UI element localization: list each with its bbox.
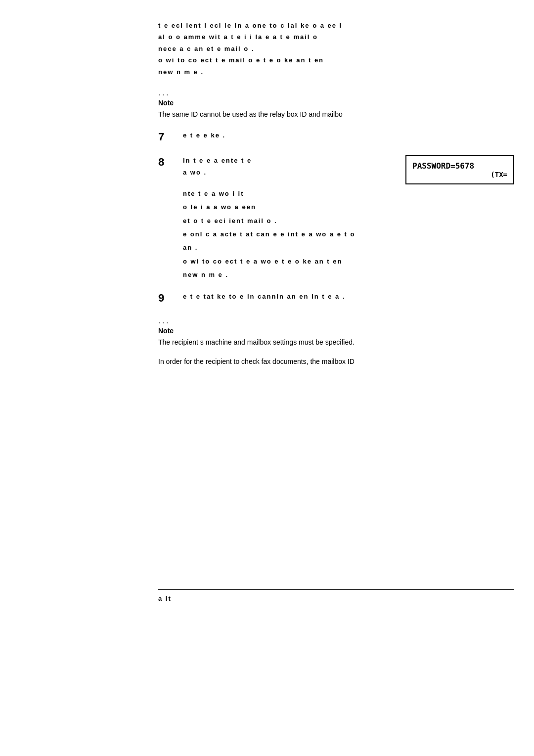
note2-label: Note <box>158 327 514 335</box>
step-8-left: in t e e a ente t e a wo . nte t e a wo … <box>183 155 396 281</box>
note-block-1: ... Note The same ID cannot be used as t… <box>158 88 514 120</box>
password-line2: (TX= <box>412 171 507 178</box>
step-8-row: 8 in t e e a ente t e a wo . nte t e a w… <box>158 155 514 281</box>
password-box: PASSWORD=5678 (TX= <box>405 155 514 184</box>
step-8-right: PASSWORD=5678 (TX= <box>405 155 514 184</box>
intro-line-1: t e eci ient i eci ie in a one to c ial … <box>158 20 514 31</box>
step-8-sub-1: nte t e a wo i it <box>183 188 396 199</box>
step-8-sub-5: an . <box>183 242 396 253</box>
step-7-text: e t e e ke . <box>183 130 514 141</box>
step-7-number: 7 <box>158 130 178 145</box>
note2-text2: In order for the recipient to check fax … <box>158 356 514 367</box>
note2-text1: The recipient s machine and mailbox sett… <box>158 337 514 348</box>
step-8-header-2: a wo . <box>183 167 396 178</box>
step-8-header-1: in t e e a ente t e <box>183 155 396 166</box>
note1-text: The same ID cannot be used as the relay … <box>158 109 514 120</box>
page-divider <box>158 589 514 590</box>
note1-dots: ... <box>158 88 514 98</box>
step-8-number: 8 <box>158 155 178 170</box>
bottom-spacer <box>158 377 514 575</box>
note-block-2: ... Note The recipient s machine and mai… <box>158 315 514 367</box>
step-8-sub-2: o le i a a wo a een <box>183 201 396 213</box>
note2-dots: ... <box>158 315 514 326</box>
footer-label: a it <box>158 595 514 602</box>
intro-block: t e eci ient i eci ie in a one to c ial … <box>158 20 514 78</box>
step-9-content: e t e tat ke to e in cannin an en in t e… <box>183 291 514 302</box>
password-line1: PASSWORD=5678 <box>412 161 507 171</box>
intro-line-5: new n m e . <box>158 66 514 78</box>
step-8-sub-4: e onl c a acte t at can e e int e a wo a… <box>183 228 396 240</box>
step-9-row: 9 e t e tat ke to e in cannin an en in t… <box>158 291 514 306</box>
page-container: t e eci ient i eci ie in a one to c ial … <box>0 10 534 756</box>
step-7-content: e t e e ke . <box>183 130 514 141</box>
intro-line-4: o wi to co ect t e mail o e t e o ke an … <box>158 54 514 66</box>
intro-line-2: al o o amme wit a t e i i la e a t e mai… <box>158 31 514 43</box>
note1-label: Note <box>158 99 514 107</box>
step-8-sub-3: et o t e eci ient mail o . <box>183 215 396 226</box>
step-9-number: 9 <box>158 291 178 306</box>
intro-line-3: nece a c an et e mail o . <box>158 43 514 54</box>
step-7-row: 7 e t e e ke . <box>158 130 514 145</box>
content-area: t e eci ient i eci ie in a one to c ial … <box>158 15 514 602</box>
step-8-sub-7: new n m e . <box>183 269 396 280</box>
step-9-text: e t e tat ke to e in cannin an en in t e… <box>183 291 514 302</box>
step-8-sub-6: o wi to co ect t e a wo e t e o ke an t … <box>183 256 396 267</box>
